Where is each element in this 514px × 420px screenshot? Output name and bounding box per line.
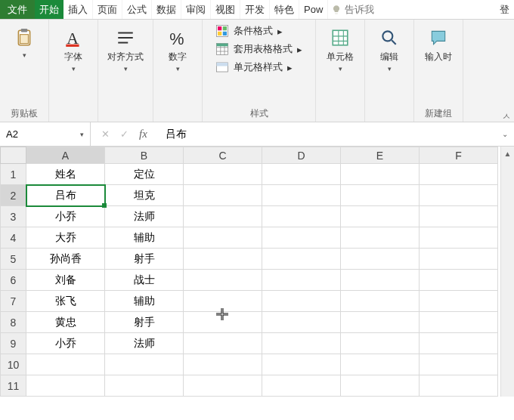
cell-F1[interactable]: [420, 164, 498, 185]
login-button[interactable]: 登: [495, 0, 514, 19]
row-header-5[interactable]: 5: [1, 249, 26, 270]
cell-D2[interactable]: [262, 185, 341, 206]
cell-E7[interactable]: [341, 291, 420, 312]
number-button[interactable]: % 数字 ▾: [159, 24, 196, 76]
select-all-corner[interactable]: [1, 147, 26, 164]
cell-D9[interactable]: [262, 333, 341, 354]
cell-B1[interactable]: 定位: [105, 164, 184, 185]
cell-F11[interactable]: [420, 375, 498, 397]
tab-review[interactable]: 审阅: [181, 0, 211, 19]
cell-C7[interactable]: [184, 291, 262, 312]
cell-D4[interactable]: [262, 227, 341, 249]
cell-A8[interactable]: 黄忠: [26, 312, 105, 333]
cell-C10[interactable]: [184, 354, 262, 375]
row-header-4[interactable]: 4: [1, 227, 26, 249]
tab-power[interactable]: Pow: [299, 0, 328, 19]
cell-C2[interactable]: [184, 185, 262, 206]
cell-D5[interactable]: [262, 249, 341, 270]
cell-E8[interactable]: [341, 312, 420, 333]
cell-D11[interactable]: [262, 375, 341, 397]
cell-E10[interactable]: [341, 354, 420, 375]
insert-time-button[interactable]: 输入时: [420, 24, 457, 65]
cell-E6[interactable]: [341, 270, 420, 291]
cell-A3[interactable]: 小乔: [26, 206, 105, 227]
col-header-B[interactable]: B: [105, 147, 184, 164]
cell-A11[interactable]: [26, 375, 105, 397]
cell-D8[interactable]: [262, 312, 341, 333]
tab-view[interactable]: 视图: [211, 0, 240, 19]
cell-F4[interactable]: [420, 227, 498, 249]
cell-B4[interactable]: 辅助: [105, 227, 184, 249]
row-header-9[interactable]: 9: [1, 333, 26, 354]
cell-B11[interactable]: [105, 375, 184, 397]
cell-D3[interactable]: [262, 206, 341, 227]
col-header-E[interactable]: E: [341, 147, 420, 164]
cell-C11[interactable]: [184, 375, 262, 397]
cell-A9[interactable]: 小乔: [26, 333, 105, 354]
cell-C9[interactable]: [184, 333, 262, 354]
cell-E9[interactable]: [341, 333, 420, 354]
tab-insert[interactable]: 插入: [63, 0, 93, 19]
cell-B6[interactable]: 战士: [105, 270, 184, 291]
row-header-6[interactable]: 6: [1, 270, 26, 291]
formula-input[interactable]: [158, 122, 496, 146]
cell-B9[interactable]: 法师: [105, 333, 184, 354]
col-header-C[interactable]: C: [184, 147, 262, 164]
row-header-11[interactable]: 11: [1, 375, 26, 397]
cell-F3[interactable]: [420, 206, 498, 227]
cell-F2[interactable]: [420, 185, 498, 206]
cells-button[interactable]: 单元格 ▾: [322, 24, 358, 76]
ribbon-collapse-button[interactable]: ㅅ: [502, 110, 511, 123]
tab-data[interactable]: 数据: [152, 0, 181, 19]
cell-C1[interactable]: [184, 164, 262, 185]
tab-special[interactable]: 特色: [270, 0, 299, 19]
cell-D6[interactable]: [262, 270, 341, 291]
cell-F6[interactable]: [420, 270, 498, 291]
cancel-icon[interactable]: ✕: [101, 128, 110, 140]
cell-C3[interactable]: [184, 206, 262, 227]
cell-F10[interactable]: [420, 354, 498, 375]
tab-dev[interactable]: 开发: [240, 0, 270, 19]
col-header-F[interactable]: F: [420, 147, 498, 164]
cell-D7[interactable]: [262, 291, 341, 312]
cell-E4[interactable]: [341, 227, 420, 249]
cell-F8[interactable]: [420, 312, 498, 333]
editing-button[interactable]: 编辑 ▾: [371, 24, 407, 76]
file-tab[interactable]: 文件: [0, 0, 35, 19]
cell-A7[interactable]: 张飞: [26, 291, 105, 312]
table-format-button[interactable]: 套用表格格式▸: [215, 42, 302, 56]
row-header-1[interactable]: 1: [1, 164, 26, 185]
cell-A2[interactable]: 吕布: [26, 185, 105, 206]
cell-A5[interactable]: 孙尚香: [26, 249, 105, 270]
cell-C8[interactable]: [184, 312, 262, 333]
cell-C4[interactable]: [184, 227, 262, 249]
tab-home[interactable]: 开始: [35, 0, 63, 19]
cell-D1[interactable]: [262, 164, 341, 185]
cell-B3[interactable]: 法师: [105, 206, 184, 227]
font-button[interactable]: A 字体 ▾: [55, 24, 91, 76]
name-box[interactable]: A2 ▾: [0, 122, 91, 146]
cell-B5[interactable]: 射手: [105, 249, 184, 270]
cell-E3[interactable]: [341, 206, 420, 227]
paste-button[interactable]: ▾: [6, 24, 42, 62]
cell-A6[interactable]: 刘备: [26, 270, 105, 291]
cell-B2[interactable]: 坦克: [105, 185, 184, 206]
cell-A1[interactable]: 姓名: [26, 164, 105, 185]
cell-B7[interactable]: 辅助: [105, 291, 184, 312]
formula-expand-button[interactable]: ⌄: [496, 130, 514, 138]
row-header-2[interactable]: 2: [1, 185, 26, 206]
cell-F9[interactable]: [420, 333, 498, 354]
cell-E2[interactable]: [341, 185, 420, 206]
cell-F5[interactable]: [420, 249, 498, 270]
row-header-10[interactable]: 10: [1, 354, 26, 375]
cell-E11[interactable]: [341, 375, 420, 397]
vertical-scrollbar[interactable]: ▲: [500, 147, 514, 397]
cell-E1[interactable]: [341, 164, 420, 185]
tell-me[interactable]: 告诉我: [331, 0, 374, 19]
cell-A4[interactable]: 大乔: [26, 227, 105, 249]
cell-A10[interactable]: [26, 354, 105, 375]
cell-F7[interactable]: [420, 291, 498, 312]
tab-page[interactable]: 页面: [93, 0, 122, 19]
cell-B8[interactable]: 射手: [105, 312, 184, 333]
fx-icon[interactable]: fx: [139, 128, 147, 141]
